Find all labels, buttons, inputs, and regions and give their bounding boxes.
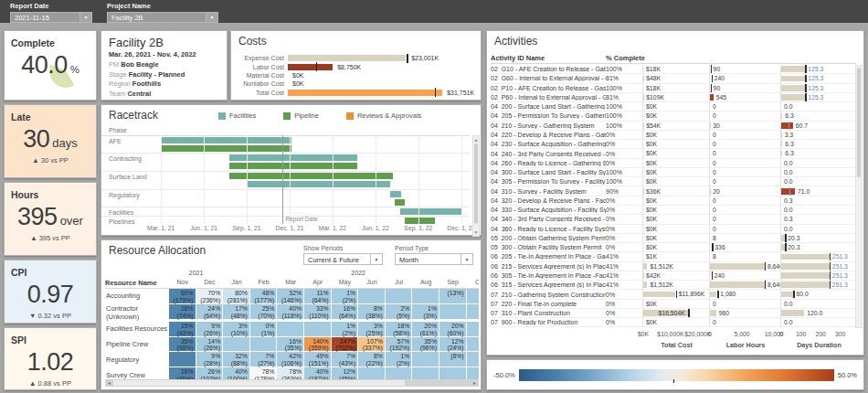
heatmap-cell[interactable]: (13%) [439, 289, 467, 304]
report-date-select[interactable]: 2021-11-15 ▼ [10, 12, 92, 23]
activity-row[interactable]: 07_210 - Gathering System Construction0%… [491, 290, 856, 299]
activity-row[interactable]: 04_230 - Surface Acquisition - Gathering… [491, 140, 856, 149]
heatmap-cell[interactable] [169, 352, 196, 367]
heatmap-cell[interactable]: 14%(26%) [196, 337, 224, 353]
days-bar[interactable] [781, 85, 805, 91]
heatmap-cell[interactable] [277, 322, 304, 337]
days-bar[interactable] [781, 254, 830, 260]
cost-bar[interactable] [643, 263, 647, 270]
heatmap-cell[interactable]: 57%(192%) [386, 337, 413, 353]
chevron-down-icon[interactable]: ▼ [79, 13, 91, 22]
activity-row[interactable]: 06_305 - Tie-In Agreement In Place -Faci… [491, 271, 856, 281]
heatmap-cell[interactable]: 20%(61%) [412, 322, 439, 337]
heatmap-cell[interactable]: 80%(281%) [223, 289, 250, 304]
days-bar[interactable] [781, 188, 795, 195]
heatmap-cell[interactable]: 60%(179%) [169, 289, 196, 304]
heatmap-cell[interactable]: 18%(58%) [386, 322, 413, 337]
scroll-thumb[interactable] [474, 143, 478, 224]
activity-row[interactable]: 04_205 - Permission To Survey - Gatherin… [491, 112, 856, 121]
heatmap-cell[interactable] [304, 322, 332, 337]
days-bar[interactable] [781, 263, 830, 270]
hours-bar[interactable] [710, 281, 765, 288]
resource-hscrollbar[interactable]: ◄ ► [105, 379, 479, 387]
chevron-down-icon[interactable]: ▼ [206, 13, 217, 22]
heatmap-cell[interactable] [467, 337, 479, 353]
activity-row[interactable]: 07_310 - Plant Construction0%$16,504K960… [491, 309, 856, 318]
days-bar[interactable] [781, 151, 782, 157]
hours-bar[interactable] [710, 310, 716, 316]
gantt-bar[interactable] [229, 154, 357, 161]
heatmap-cell[interactable]: 17%(48%) [223, 304, 250, 320]
heatmap-cell[interactable] [412, 289, 439, 304]
heatmap-cell[interactable] [412, 352, 439, 367]
activity-row[interactable]: 04_220 - Develop & Receive Plans - Gathe… [491, 131, 856, 140]
gantt-bar[interactable] [400, 208, 460, 215]
activity-row[interactable]: 04_200 - Surface Land Start - Gathering … [491, 102, 856, 112]
cost-bar[interactable] [643, 281, 647, 288]
heatmap-cell[interactable]: (8%) [439, 352, 467, 367]
activity-row[interactable]: 04_320 - Develop & Receive Plans - Facil… [491, 196, 856, 206]
heatmap-cell[interactable]: 15%(43%) [169, 322, 196, 337]
heatmap-cell[interactable]: 32%(146%) [277, 289, 304, 304]
activity-row[interactable]: 05_200 - Obtain Gathering System Permit0… [491, 234, 856, 243]
heatmap-cell[interactable]: 35%(96%) [412, 337, 439, 353]
period-type-select[interactable]: Month ▼ [395, 253, 473, 265]
hours-bar[interactable] [710, 263, 765, 270]
gantt-bar[interactable] [248, 181, 390, 187]
racetrack-scrollbar[interactable]: ▲ ▼ [472, 135, 480, 237]
activity-row[interactable]: 04_300 - Surface Land Start - Facility S… [491, 168, 856, 177]
cost-bar[interactable] [288, 64, 333, 70]
cost-bar[interactable] [288, 90, 442, 96]
days-bar[interactable] [781, 66, 805, 72]
chevron-down-icon[interactable]: ▼ [370, 254, 382, 264]
heatmap-cell[interactable]: 70%(236%) [196, 289, 224, 304]
heatmap-cell[interactable] [467, 289, 479, 304]
gantt-bar[interactable] [162, 137, 291, 143]
heatmap-cell[interactable]: 16%(35%) [277, 337, 304, 353]
scroll-thumb[interactable] [113, 380, 405, 386]
heatmap-cell[interactable]: 7%(43%) [332, 352, 359, 367]
activity-row[interactable]: 04_260 - Ready to Licence - Gathering Sy… [491, 159, 856, 168]
activity-row[interactable]: 04_330 - Surface Acquisition - Facility … [491, 206, 856, 215]
heatmap-cell[interactable]: 35%(98%) [169, 337, 196, 353]
heatmap-cell[interactable]: 2%(5%) [386, 304, 413, 320]
days-bar[interactable] [781, 132, 782, 138]
scroll-left-icon[interactable]: ◄ [105, 379, 113, 387]
scroll-right-icon[interactable]: ► [471, 379, 479, 387]
days-bar[interactable] [781, 113, 782, 120]
heatmap-cell[interactable]: 8%(22%) [358, 352, 386, 367]
cost-bar[interactable] [643, 292, 675, 298]
activity-row[interactable]: 04_360 - Ready to Licence - Facility Sys… [491, 225, 856, 234]
heatmap-cell[interactable] [223, 337, 250, 353]
gantt-bar[interactable] [395, 199, 405, 206]
activity-row[interactable]: 06_315 - Services Agreement (s) In Place… [491, 281, 856, 290]
heatmap-cell[interactable]: 40%(118%) [277, 304, 304, 320]
activity-row[interactable]: 05_300 - Obtain Facility System Permit0%… [491, 243, 856, 252]
heatmap-cell[interactable]: 7%(27%) [250, 352, 278, 367]
heatmap-cell[interactable]: 8%(38%) [358, 304, 386, 320]
heatmap-cell[interactable]: 42%(106%) [277, 352, 304, 367]
heatmap-cell[interactable] [467, 322, 479, 337]
heatmap-cell[interactable] [467, 304, 479, 320]
heatmap-cell[interactable]: 25%(70%) [250, 304, 278, 320]
activity-row[interactable]: 04_210 - Survey - Gathering System100%$5… [491, 122, 856, 131]
project-name-select[interactable]: Facility 2B ▼ [107, 12, 218, 23]
activities-scrollbar[interactable] [855, 65, 863, 328]
gantt-bar[interactable] [390, 191, 401, 197]
cost-bar[interactable] [288, 55, 406, 61]
heatmap-cell[interactable]: 11%(64%) [304, 289, 332, 304]
heatmap-cell[interactable] [358, 289, 386, 304]
heatmap-cell[interactable]: 33%(110%) [304, 304, 332, 320]
heatmap-cell[interactable]: 1%(2%) [332, 322, 359, 337]
gantt-bar[interactable] [162, 145, 291, 152]
gantt-bar[interactable] [405, 218, 435, 224]
days-bar[interactable] [781, 141, 782, 147]
gantt-bar[interactable] [229, 173, 393, 179]
heatmap-cell[interactable]: 1%(3%) [412, 304, 439, 320]
heatmap-cell[interactable]: 16%(64%) [332, 304, 359, 320]
activity-row[interactable]: 02_G10 - AFE Creation to Release - Gathe… [491, 65, 856, 74]
gantt-bar[interactable] [229, 163, 357, 169]
heatmap-cell[interactable]: 9%(28%) [196, 352, 224, 367]
heatmap-cell[interactable]: 20%(60%) [439, 322, 467, 337]
activity-row[interactable]: 07_900 - Ready for Production0%$0K00.0 [491, 318, 856, 327]
